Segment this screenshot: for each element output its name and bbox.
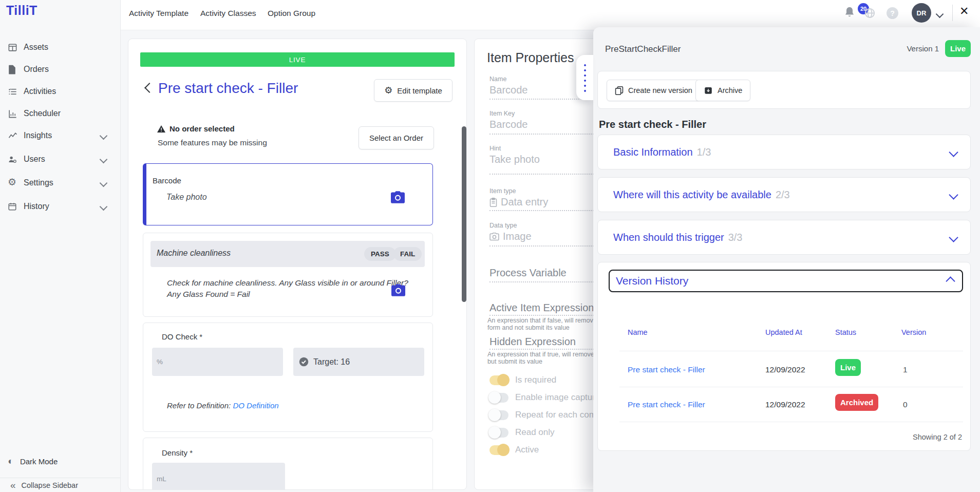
- collapse-sidebar-label: Collapse Sidebar: [22, 481, 78, 489]
- check-circle-icon: [298, 356, 309, 367]
- bar-chart-icon: [8, 109, 18, 119]
- version-row-date: 12/09/2022: [765, 400, 805, 409]
- do-check-label: DO Check *: [162, 332, 202, 341]
- sidebar-item-orders[interactable]: Orders: [0, 61, 120, 79]
- sidebar-item-settings[interactable]: ⚙ Settings: [0, 174, 120, 193]
- drag-dots-icon: [584, 63, 586, 92]
- create-new-version-button[interactable]: Create new version: [607, 80, 701, 101]
- help-icon[interactable]: ?: [887, 7, 898, 19]
- sidebar-item-activities[interactable]: Activities: [0, 83, 120, 101]
- version-row-status-badge: Live: [835, 359, 861, 376]
- archive-button[interactable]: Archive: [695, 80, 750, 101]
- calendar-icon: [8, 202, 18, 212]
- close-icon[interactable]: ✕: [959, 5, 969, 18]
- item-key-field[interactable]: Item Key Barcode: [489, 110, 600, 130]
- item-properties-panel: Item Properties Name Barcode Item Key Ba…: [474, 39, 609, 490]
- topbar-divider: [952, 5, 953, 21]
- accordion-where-available[interactable]: Where will this activity be available 2/…: [597, 177, 971, 212]
- read-only-toggle[interactable]: [489, 428, 508, 438]
- version-row-number: 0: [903, 400, 908, 409]
- globe-icon[interactable]: [864, 7, 876, 19]
- active-item-expression-field[interactable]: Active Item Expression: [489, 302, 594, 314]
- density-item-card[interactable]: Density * mL: [143, 438, 433, 490]
- tab-activity-template[interactable]: Activity Template: [129, 9, 189, 18]
- version-history-header[interactable]: Version History: [609, 270, 963, 292]
- back-chevron-icon[interactable]: [144, 83, 155, 93]
- field-underline: [489, 174, 608, 175]
- top-navbar: Activity Template Activity Classes Optio…: [120, 0, 980, 30]
- item-properties-title: Item Properties: [487, 50, 574, 65]
- hidden-expression-help-line1: An expression that if true, will remove …: [487, 351, 609, 358]
- hint-field[interactable]: Hint Take photo: [489, 145, 600, 165]
- is-required-toggle[interactable]: [489, 375, 508, 385]
- do-check-target-field[interactable]: Target: 16: [293, 348, 424, 376]
- tab-option-group[interactable]: Option Group: [268, 9, 315, 18]
- density-label: Density *: [162, 448, 193, 457]
- sidebar-item-insights[interactable]: Insights: [0, 127, 120, 145]
- dark-mode-toggle[interactable]: ◐ Dark Mode: [8, 456, 58, 467]
- camera-capture-icon[interactable]: [391, 284, 405, 296]
- machine-cleanliness-item-card[interactable]: Machine cleanliness PASS FAIL Check for …: [143, 233, 433, 317]
- fail-button[interactable]: FAIL: [393, 247, 422, 261]
- sidebar-item-label: Users: [24, 155, 45, 164]
- barcode-item-label: Barcode: [153, 176, 181, 185]
- chevron-down-icon: [949, 233, 958, 242]
- accordion-when-trigger[interactable]: When should this trigger 3/3: [597, 220, 971, 255]
- active-expression-help-line2: form and not submit its value: [487, 324, 570, 331]
- do-definition-link[interactable]: DO Definition: [233, 401, 278, 410]
- active-toggle[interactable]: [489, 445, 508, 455]
- field-underline: [489, 349, 608, 350]
- tab-activity-classes[interactable]: Activity Classes: [200, 9, 256, 18]
- pass-button[interactable]: PASS: [364, 247, 396, 261]
- sidebar-item-assets[interactable]: Assets: [0, 39, 120, 57]
- version-row-link[interactable]: Pre start check - Filler: [628, 365, 705, 374]
- users-icon: [8, 155, 18, 165]
- camera-capture-icon[interactable]: [391, 191, 405, 203]
- archive-icon: [704, 86, 713, 95]
- do-check-value-input[interactable]: %: [152, 348, 283, 376]
- gear-icon: ⚙: [384, 85, 392, 96]
- vertical-scrollbar[interactable]: [462, 126, 466, 302]
- notifications-bell-icon[interactable]: [843, 6, 856, 20]
- item-type-field[interactable]: Item type Data entry: [489, 187, 600, 208]
- version-row-link[interactable]: Pre start check - Filler: [628, 400, 705, 409]
- field-underline: [489, 210, 608, 211]
- drawer-drag-handle[interactable]: [576, 55, 593, 100]
- template-preview-panel: LIVE Pre start check - Filler ⚙ Edit tem…: [128, 39, 467, 490]
- accordion-basic-information[interactable]: Basic Information 1/3: [597, 135, 971, 169]
- avatar-chevron-down-icon[interactable]: [936, 10, 944, 18]
- chevron-down-icon: [100, 156, 108, 164]
- barcode-item-card[interactable]: Barcode Take photo: [143, 163, 433, 225]
- machine-cleanliness-header: Machine cleanliness PASS FAIL: [150, 241, 425, 267]
- hidden-expression-help-line2: but submit its value: [487, 358, 542, 365]
- data-type-field[interactable]: Data type Image: [489, 222, 600, 242]
- sidebar-divider: [0, 478, 120, 478]
- do-check-item-card[interactable]: DO Check * % Target: 16 Refer to Definit…: [143, 323, 433, 432]
- density-value-input[interactable]: mL: [152, 463, 285, 490]
- table-divider: [619, 422, 963, 422]
- process-variable-field[interactable]: Process Variable: [489, 267, 567, 279]
- sidebar-item-history[interactable]: History: [0, 198, 120, 216]
- file-icon: [8, 65, 18, 75]
- camera-outline-icon: [489, 233, 499, 241]
- sidebar-item-label: Activities: [24, 87, 56, 96]
- double-chevron-left-icon: «: [10, 480, 15, 491]
- warning-triangle-icon: [157, 125, 165, 133]
- sidebar-item-users[interactable]: Users: [0, 150, 120, 169]
- sidebar-item-label: Insights: [24, 131, 52, 140]
- collapse-sidebar-button[interactable]: « Collapse Sidebar: [10, 480, 78, 491]
- enable-image-capture-toggle[interactable]: [489, 393, 508, 403]
- copy-icon: [615, 86, 624, 96]
- repeat-for-each-component-toggle[interactable]: [489, 410, 508, 420]
- column-header-updated-at[interactable]: Updated At: [765, 328, 802, 336]
- select-order-button[interactable]: Select an Order: [359, 126, 434, 149]
- avatar[interactable]: DR: [912, 3, 931, 23]
- column-header-status[interactable]: Status: [835, 328, 856, 336]
- column-header-name[interactable]: Name: [628, 328, 648, 336]
- live-status-banner: LIVE: [140, 52, 455, 67]
- sidebar-item-scheduler[interactable]: Scheduler: [0, 105, 120, 123]
- hidden-expression-field[interactable]: Hidden Expression: [489, 336, 576, 348]
- edit-template-button[interactable]: ⚙ Edit template: [374, 79, 453, 102]
- status-badge: Live: [945, 40, 971, 57]
- column-header-version[interactable]: Version: [901, 328, 926, 336]
